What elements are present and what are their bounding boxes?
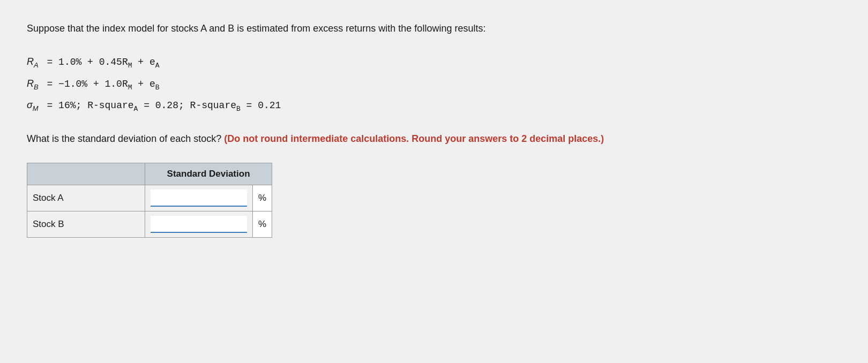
intro-paragraph: Suppose that the index model for stocks …: [27, 21, 841, 36]
table-row-stock-b: Stock B %: [27, 211, 272, 237]
eq3-lhs: σM: [27, 100, 39, 110]
table-row-stock-a: Stock A %: [27, 185, 272, 211]
question-bold-red: (Do not round intermediate calculations.…: [224, 133, 604, 144]
eq3-rhs: = 16%; R-squareA = 0.28; R-squareB = 0.2…: [41, 100, 281, 111]
eq2-rhs: = −1.0% + 1.0RM + eB: [41, 79, 160, 89]
equation-3: σM = 16%; R-squareA = 0.28; R-squareB = …: [27, 95, 841, 116]
stock-b-input-cell: [145, 211, 253, 237]
equations-block: RA = 1.0% + 0.45RM + eA RB = −1.0% + 1.0…: [27, 52, 841, 116]
stock-b-input[interactable]: [151, 216, 247, 233]
table-header-std-dev: Standard Deviation: [145, 163, 272, 185]
stock-a-percent: %: [253, 185, 272, 211]
question-static: What is the standard deviation of each s…: [27, 133, 224, 144]
table-corner-header: [27, 163, 145, 185]
stock-b-input-wrapper: [151, 216, 247, 233]
stock-a-label: Stock A: [27, 185, 145, 211]
stock-a-input-wrapper: [151, 190, 247, 207]
question-block: What is the standard deviation of each s…: [27, 131, 616, 147]
stock-a-input[interactable]: [151, 190, 247, 207]
equation-2: RB = −1.0% + 1.0RM + eB: [27, 74, 841, 95]
eq2-lhs: RB: [27, 78, 39, 89]
equation-1: RA = 1.0% + 0.45RM + eA: [27, 52, 841, 73]
eq1-lhs: RA: [27, 56, 39, 67]
stock-a-input-cell: [145, 185, 253, 211]
eq1-rhs: = 1.0% + 0.45RM + eA: [41, 57, 160, 67]
answer-table: Standard Deviation Stock A % Stock B %: [27, 163, 272, 238]
intro-text: Suppose that the index model for stocks …: [27, 21, 841, 36]
stock-b-percent: %: [253, 211, 272, 237]
stock-b-label: Stock B: [27, 211, 145, 237]
